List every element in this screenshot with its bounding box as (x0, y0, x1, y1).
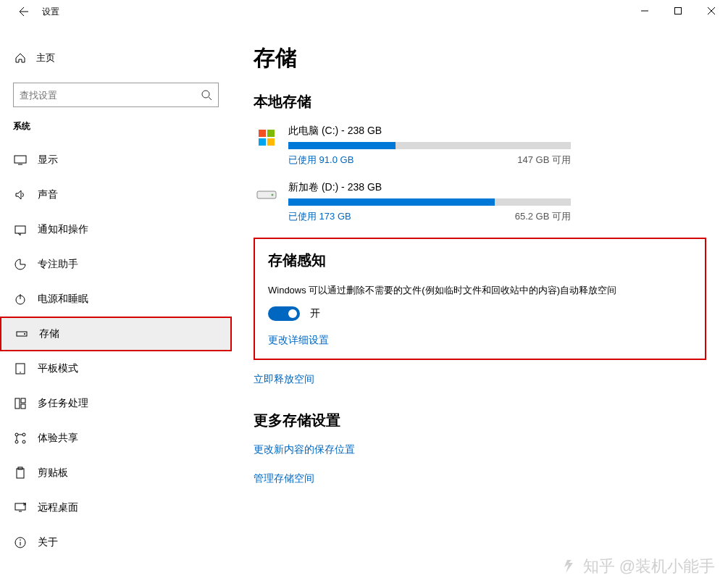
nav-multitask[interactable]: 多任务处理 (0, 386, 232, 421)
save-location-link[interactable]: 更改新内容的保存位置 (254, 443, 706, 456)
nav-focus[interactable]: 专注助手 (0, 247, 232, 282)
disk-d-bar (288, 198, 571, 206)
search-input[interactable] (20, 90, 201, 101)
sense-description: Windows 可以通过删除不需要的文件(例如临时文件和回收站中的内容)自动释放… (268, 283, 692, 298)
nav-notifications[interactable]: 通知和操作 (0, 212, 232, 247)
svg-rect-32 (267, 130, 275, 137)
disk-d-name: 新加卷 (D:) - 238 GB (288, 181, 571, 194)
window-title: 设置 (42, 6, 59, 18)
svg-rect-26 (15, 503, 25, 510)
windows-drive-icon (254, 125, 280, 151)
page-title: 存储 (254, 43, 706, 73)
svg-rect-34 (267, 138, 275, 146)
close-button[interactable] (695, 0, 728, 22)
nav-clipboard[interactable]: 剪贴板 (0, 456, 232, 490)
disk-c-used: 已使用 91.0 GB (288, 154, 353, 167)
more-settings-title: 更多存储设置 (254, 411, 706, 430)
svg-rect-33 (259, 138, 266, 146)
svg-rect-6 (14, 156, 26, 163)
notifications-icon (13, 223, 28, 236)
disk-c-name: 此电脑 (C:) - 238 GB (288, 125, 571, 138)
maximize-button[interactable] (661, 0, 695, 22)
disk-d-used: 已使用 173 GB (288, 210, 351, 223)
nav-display[interactable]: 显示 (0, 143, 232, 177)
power-icon (13, 293, 28, 306)
svg-rect-17 (21, 404, 25, 409)
tablet-icon (13, 362, 28, 375)
svg-point-36 (272, 194, 274, 196)
svg-point-12 (24, 333, 25, 335)
svg-rect-24 (17, 469, 24, 478)
category-header: 系统 (13, 120, 219, 133)
sidebar: 主页 系统 显示 声音 通知和操作 专注助手 电源和睡眠 (0, 23, 232, 586)
disk-c-bar (288, 142, 571, 149)
main-content: 存储 本地存储 此电脑 (C:) - 238 GB 已使用 91.0 GB 14… (232, 23, 728, 586)
home-label: 主页 (36, 51, 55, 64)
local-storage-title: 本地存储 (254, 92, 706, 112)
nav-sound[interactable]: 声音 (0, 177, 232, 212)
nav-power[interactable]: 电源和睡眠 (0, 282, 232, 317)
search-box[interactable] (13, 83, 219, 107)
disk-c-available: 147 GB 可用 (517, 154, 571, 167)
svg-point-14 (20, 372, 21, 373)
shared-icon (13, 432, 28, 445)
manage-space-link[interactable]: 管理存储空间 (254, 472, 706, 485)
watermark: 知乎 @装机小能手 (558, 556, 715, 577)
multitask-icon (13, 397, 28, 410)
focus-icon (13, 258, 28, 271)
svg-point-30 (20, 540, 21, 541)
minimize-button[interactable] (628, 0, 661, 22)
disk-d-available: 65.2 GB 可用 (515, 210, 571, 223)
svg-point-21 (22, 440, 25, 443)
search-icon (201, 89, 212, 101)
nav-remote[interactable]: 远程桌面 (0, 490, 232, 525)
sense-title: 存储感知 (268, 251, 692, 270)
svg-rect-31 (259, 130, 266, 137)
drive-icon (254, 181, 280, 207)
toggle-state-label: 开 (310, 307, 320, 320)
about-icon (13, 536, 28, 549)
nav-shared[interactable]: 体验共享 (0, 421, 232, 456)
display-icon (13, 154, 28, 167)
svg-line-5 (209, 97, 212, 100)
svg-point-4 (202, 91, 209, 98)
svg-point-19 (22, 433, 25, 436)
storage-sense-toggle[interactable] (268, 306, 300, 321)
svg-point-18 (15, 433, 18, 436)
remote-icon (13, 501, 28, 514)
clipboard-icon (13, 466, 28, 480)
disk-d-row[interactable]: 新加卷 (D:) - 238 GB 已使用 173 GB 65.2 GB 可用 (254, 181, 706, 223)
sound-icon (13, 188, 28, 201)
storage-sense-section: 存储感知 Windows 可以通过删除不需要的文件(例如临时文件和回收站中的内容… (254, 238, 706, 360)
svg-rect-16 (21, 398, 25, 403)
svg-rect-8 (15, 226, 25, 233)
svg-rect-15 (15, 398, 20, 409)
home-icon (13, 52, 28, 64)
svg-point-20 (15, 440, 18, 443)
nav-tablet[interactable]: 平板模式 (0, 351, 232, 386)
nav-storage[interactable]: 存储 (0, 317, 232, 351)
disk-c-row[interactable]: 此电脑 (C:) - 238 GB 已使用 91.0 GB 147 GB 可用 (254, 125, 706, 167)
free-now-link[interactable]: 立即释放空间 (254, 373, 706, 386)
change-settings-link[interactable]: 更改详细设置 (268, 334, 329, 347)
home-nav[interactable]: 主页 (0, 43, 232, 72)
nav-about[interactable]: 关于 (0, 525, 232, 560)
back-button[interactable] (12, 1, 33, 22)
storage-icon (14, 327, 29, 340)
svg-rect-1 (675, 8, 682, 14)
